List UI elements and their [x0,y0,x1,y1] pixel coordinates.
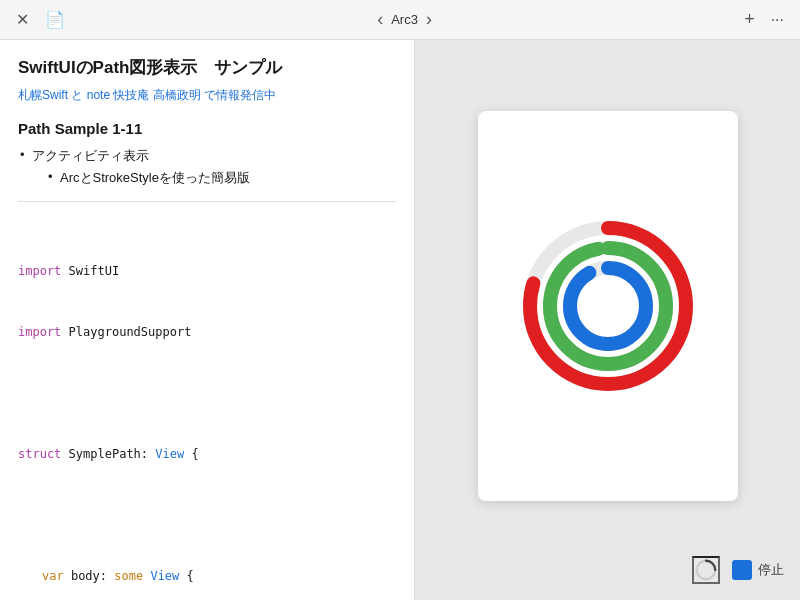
sub-bullet-list: ArcとStrokeStyleを使った簡易版 [32,169,396,187]
toolbar-left: ✕ 📄 [12,8,69,31]
code-text: body: [64,566,115,586]
subtitle-note: note 快技庵 高橋政明 [87,88,201,102]
more-button[interactable]: ··· [767,9,788,31]
code-text: SwiftUI [61,261,119,281]
chevron-left-icon: ‹ [377,9,383,30]
chevron-right-icon: › [426,9,432,30]
stop-button[interactable]: 停止 [732,560,784,580]
stop-label: 停止 [758,561,784,579]
code-block: import SwiftUI import PlaygroundSupport … [18,216,396,600]
code-text: { [179,566,193,586]
keyword-var: var [42,566,64,586]
preview-area [478,56,738,556]
close-icon: ✕ [16,10,29,29]
loading-spinner [692,556,720,584]
type-view2: View [150,566,179,586]
keyword-import2: import [18,322,61,342]
keyword-import1: import [18,261,61,281]
preview-card [478,111,738,501]
section-title: Path Sample 1-11 [18,120,396,137]
nav-back-button[interactable]: ‹ [373,7,387,32]
code-line-var: var body: some View { [18,566,396,586]
more-icon: ··· [771,11,784,29]
subtitle-sapporo: 札幌Swift [18,88,68,102]
sub-list-item-text: ArcとStrokeStyleを使った簡易版 [60,170,250,185]
subtitle-to: と [71,88,86,102]
code-text: SymplePath: [61,444,155,464]
type-view: View [155,444,184,464]
left-panel: SwiftUIのPath図形表示 サンプル 札幌Swift と note 快技庵… [0,40,415,600]
right-panel: 停止 [415,40,800,600]
subtitle-suffix: で情報発信中 [204,88,276,102]
code-text: PlaygroundSupport [61,322,191,342]
list-item: アクティビティ表示 ArcとStrokeStyleを使った簡易版 [18,147,396,187]
section-divider [18,201,396,202]
preview-bottom-bar: 停止 [431,556,784,584]
code-text [143,566,150,586]
toolbar-center: ‹ Arc3 › [77,7,732,32]
code-text: { [184,444,198,464]
close-button[interactable]: ✕ [12,8,33,31]
toolbar-right: + ··· [740,7,788,32]
doc-title: SwiftUIのPath図形表示 サンプル [18,56,396,80]
bullet-list: アクティビティ表示 ArcとStrokeStyleを使った簡易版 [18,147,396,187]
tab-name-label: Arc3 [391,12,418,27]
code-line-blank1 [18,383,396,403]
sub-list-item: ArcとStrokeStyleを使った簡易版 [32,169,396,187]
add-icon: + [744,9,755,30]
spinner-icon [694,557,718,583]
document-icon: 📄 [45,10,65,29]
keyword-struct: struct [18,444,61,464]
stop-icon [732,560,752,580]
doc-icon-button[interactable]: 📄 [41,8,69,31]
code-line-2: import PlaygroundSupport [18,322,396,342]
add-button[interactable]: + [740,7,759,32]
code-line-blank2 [18,505,396,525]
nav-forward-button[interactable]: › [422,7,436,32]
doc-subtitle: 札幌Swift と note 快技庵 高橋政明 で情報発信中 [18,86,396,104]
toolbar: ✕ 📄 ‹ Arc3 › + ··· [0,0,800,40]
code-line-struct: struct SymplePath: View { [18,444,396,464]
main-area: SwiftUIのPath図形表示 サンプル 札幌Swift と note 快技庵… [0,40,800,600]
activity-rings-svg [508,206,708,406]
list-item-text: アクティビティ表示 [32,148,149,163]
code-line-1: import SwiftUI [18,261,396,281]
keyword-some: some [114,566,143,586]
svg-point-5 [570,268,646,344]
